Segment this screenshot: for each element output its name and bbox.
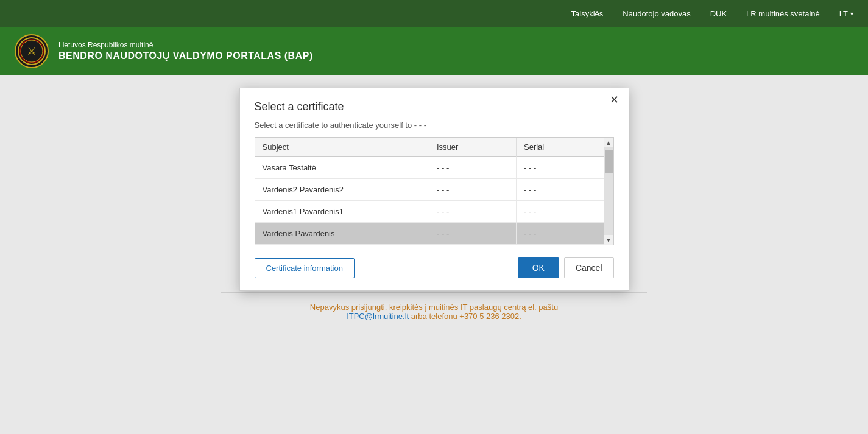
site-header: ⚔ Lietuvos Respublikos muitinė BENDRO NA…: [0, 27, 868, 75]
cell-serial: - - -: [517, 223, 604, 245]
language-label: LT: [839, 9, 848, 18]
header-title: BENDRO NAUDOTOJŲ VALDYMO PORTALAS (BAP): [58, 51, 313, 61]
logo: ⚔: [15, 34, 49, 68]
cell-issuer: - - -: [429, 223, 517, 245]
chevron-down-icon: ▾: [850, 10, 853, 17]
cancel-button[interactable]: Cancel: [564, 257, 614, 278]
certificate-information-button[interactable]: Certificate information: [255, 258, 355, 278]
table-header-row: Subject Issuer Serial: [255, 138, 604, 157]
cell-issuer: - - -: [429, 201, 517, 223]
cell-subject: Vardenis1 Pavardenis1: [255, 201, 429, 223]
table-scroll-container: Subject Issuer Serial Vasara Testaitė - …: [255, 138, 613, 245]
table-row[interactable]: Vardenis1 Pavardenis1 - - - - - -: [255, 201, 604, 223]
dialog-title: Select a certificate: [240, 88, 629, 121]
table-row[interactable]: Vasara Testaitė - - - - - -: [255, 157, 604, 179]
header-subtitle: Lietuvos Respublikos muitinė: [58, 41, 313, 49]
nav-lr[interactable]: LR muitinės svetainė: [746, 9, 820, 18]
nav-vadovas[interactable]: Naudotojo vadovas: [623, 9, 690, 18]
certificate-table: Subject Issuer Serial Vasara Testaitė - …: [255, 138, 604, 245]
ok-cancel-buttons: OK Cancel: [518, 257, 614, 278]
nav-duk[interactable]: DUK: [710, 9, 727, 18]
page-content: ✕ Select a certificate Select a certific…: [0, 75, 868, 434]
header-text: Lietuvos Respublikos muitinė BENDRO NAUD…: [58, 41, 313, 61]
cell-issuer: - - -: [429, 179, 517, 201]
col-header-serial: Serial: [517, 138, 604, 157]
cell-subject: Vasara Testaitė: [255, 157, 429, 179]
table-row[interactable]: Vardenis2 Pavardenis2 - - - - - -: [255, 179, 604, 201]
col-header-issuer: Issuer: [429, 138, 517, 157]
svg-text:⚔: ⚔: [27, 45, 37, 57]
language-selector[interactable]: LT ▾: [839, 9, 853, 18]
cell-serial: - - -: [517, 201, 604, 223]
dialog-overlay: ✕ Select a certificate Select a certific…: [0, 75, 868, 434]
dialog-close-button[interactable]: ✕: [606, 93, 623, 107]
dialog-actions: Certificate information OK Cancel: [240, 245, 629, 290]
cell-issuer: - - -: [429, 157, 517, 179]
dialog-subtitle: Select a certificate to authenticate you…: [240, 121, 629, 137]
scroll-down-arrow[interactable]: ▼: [604, 235, 613, 245]
scroll-track[interactable]: [604, 147, 613, 235]
cell-serial: - - -: [517, 179, 604, 201]
ok-button[interactable]: OK: [518, 257, 559, 278]
scroll-thumb[interactable]: [605, 150, 613, 173]
logo-icon: ⚔: [17, 37, 46, 66]
col-header-subject: Subject: [255, 138, 429, 157]
scroll-up-arrow[interactable]: ▲: [604, 138, 613, 147]
certificate-dialog: ✕ Select a certificate Select a certific…: [239, 88, 629, 291]
cell-subject: Vardenis Pavardenis: [255, 223, 429, 245]
certificate-table-wrapper: Subject Issuer Serial Vasara Testaitė - …: [255, 137, 614, 245]
top-nav: Taisyklės Naudotojo vadovas DUK LR muiti…: [0, 0, 868, 27]
table-row[interactable]: Vardenis Pavardenis - - - - - -: [255, 223, 604, 245]
cell-subject: Vardenis2 Pavardenis2: [255, 179, 429, 201]
nav-taisykles[interactable]: Taisyklės: [571, 9, 604, 18]
cell-serial: - - -: [517, 157, 604, 179]
table-scrollbar[interactable]: ▲ ▼: [604, 138, 613, 245]
